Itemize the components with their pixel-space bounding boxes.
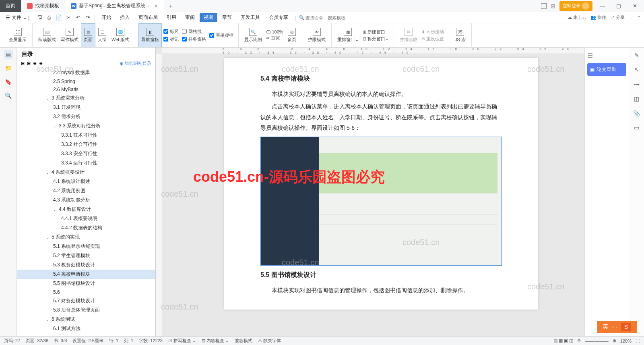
chevron-down-icon[interactable]: ⌄ [46,96,51,100]
menu-start[interactable]: 开始 [97,13,115,22]
collapse-ribbon-icon[interactable]: ⌃ [637,15,641,20]
zoom-slider[interactable]: ——◦——— [585,339,609,343]
status-setvalue[interactable]: 设置值: 2.5厘米 [72,338,103,344]
tree-item[interactable]: ⌄3.3 系统可行性分析 [17,121,155,131]
status-col[interactable]: 列: 1 [124,338,133,344]
tree-item[interactable]: 3.3.1 技术可行性 [17,131,155,140]
print-icon[interactable]: ⎙ [45,14,53,21]
tree-item[interactable]: 5.5 图书馆模块设计 [17,279,155,288]
tree-item[interactable]: ⌄4 系统概要设计 [17,168,155,177]
attach-tool-icon[interactable]: 📎 [633,110,640,117]
close-icon[interactable]: ✕ [154,3,158,9]
status-contentcheck[interactable]: ⊡ 内容检查 ⌄ [202,338,229,344]
undo-icon[interactable]: ↶ [74,14,82,21]
chevron-down-icon[interactable]: ⌄ [46,235,51,239]
fullscreen-button[interactable]: ⛶全屏显示 [6,23,29,47]
status-words[interactable]: 字数: 12223 [139,338,163,344]
bookmark-tab-icon[interactable]: 🔖 [4,77,13,86]
tree-item[interactable]: 2.5 Spring [17,77,155,85]
tree-item[interactable]: 5.3 教务处模块设计 [17,260,155,270]
grid-checkbox[interactable]: 网格线 [182,29,206,35]
paste-icon[interactable]: ✂ [65,14,72,21]
read-mode-button[interactable]: 📖阅读版式 [36,23,58,47]
chevron-down-icon[interactable]: ⌄ [53,208,58,212]
folder-tab-icon[interactable]: 📁 [4,64,13,73]
tree-item[interactable]: ⌄4.4 数据库设计 [17,205,155,214]
expand-all-icon[interactable]: ⊞ [27,61,31,66]
tree-item[interactable]: 4.1 系统设计概述 [17,177,155,186]
status-spellcheck[interactable]: ☑ 拼写检查 ⌄ [168,338,196,344]
page-mode-button[interactable]: ▤页面 [81,23,95,47]
tab-home[interactable]: 首页 [0,0,21,12]
paper-check-button[interactable]: ▣论文查重 [587,63,626,76]
tree-item[interactable]: 4.4.2 数据表的结构 [17,223,155,233]
tree-item[interactable]: ⌄5 系统的实现 [17,233,155,242]
object-tool-icon[interactable]: ◫ [633,95,640,102]
ruler-checkbox[interactable]: 标尺 [163,29,179,35]
tab-dropdown-icon[interactable]: ▫ [148,3,149,9]
select-tool-icon[interactable]: ↖ [633,66,640,73]
tree-item[interactable]: 4.3 系统功能分析 [17,195,155,205]
tree-item[interactable]: 5.2 学生管理模块 [17,251,155,260]
layout-icon[interactable] [541,3,547,9]
status-missfont[interactable]: ⚠ 缺失字体 [258,338,281,344]
apps-icon[interactable]: ⊞ [551,3,555,9]
fit-icon[interactable]: ⛶ [636,339,640,343]
tree-item[interactable]: 2.6 MyBatis [17,85,155,94]
maximize-button[interactable]: ▢ [613,3,625,9]
status-pages[interactable]: 页面: 32/38 [26,338,48,344]
outline-mode-button[interactable]: ☰大纲 [95,23,109,47]
page-tool-icon[interactable]: ▭ [633,124,640,131]
tab-document-active[interactable]: W基于Spring...业生离校管理系统▫✕ [65,0,164,12]
menu-view[interactable]: 视图 [200,13,217,22]
new-tab-button[interactable]: + [164,3,177,9]
collapse-all-icon[interactable]: ⊟ [21,61,25,66]
collab-button[interactable]: 👥 协作 [590,15,606,21]
chevron-down-icon[interactable]: ⌄ [46,170,51,175]
status-row[interactable]: 行: 1 [109,338,118,344]
collapse-icon[interactable]: ⊖ [39,61,43,66]
tree-item[interactable]: 4.4.1 表概要说明 [17,214,155,223]
tree-item[interactable]: 6.1 测试方法 [17,324,155,333]
menu-reference[interactable]: 引用 [163,13,180,22]
web-mode-button[interactable]: 🌐Web版式 [109,23,132,47]
outline-tree[interactable]: 2.4 mysql 数据库2.5 Spring2.6 MyBatis⌄3 系统需… [17,67,155,336]
align-icon[interactable]: ☰ [587,52,626,59]
tree-item[interactable]: 3.2 需求分析 [17,112,155,121]
menu-review[interactable]: 审阅 [181,13,199,22]
newwin-button[interactable]: ⊞ 新建窗口 [363,29,389,35]
menu-dev[interactable]: 开发工具 [237,13,264,22]
menu-insert[interactable]: 插入 [116,13,134,22]
tree-item[interactable]: 5.8 后台总体管理页面 [17,306,155,315]
redo-icon[interactable]: ↷ [84,14,91,21]
write-mode-button[interactable]: ✎写作模式 [58,23,81,47]
multipage-button[interactable]: ⊞多页 [285,23,299,47]
tab-template[interactable]: 找稻壳模板 [21,0,65,12]
tree-item[interactable]: 5.6 [17,288,155,296]
chevron-down-icon[interactable]: ⌄ [46,318,51,322]
tree-item[interactable]: 3.3.2 社会可行性 [17,140,155,149]
eyecare-button[interactable]: 👁护眼模式 [305,23,328,47]
status-compat[interactable]: 兼容模式 [235,338,252,344]
zoom-in-icon[interactable]: ⊕ [613,338,616,343]
document-area[interactable]: 6 · 4 · 2 · · · 2 · 4 · 6 · 8 · 10 · 12 … [156,48,584,336]
tree-item[interactable]: 4.2 系统用例图 [17,186,155,195]
menu-vip[interactable]: 会员专享 [265,13,292,22]
smart-toc-button[interactable]: ◉智能识别目录 [120,60,151,67]
pagewidth-button[interactable]: ⬄ 页宽 [266,35,283,41]
zoom-value[interactable]: 120% [620,339,632,343]
save-icon[interactable]: 🖫 [36,14,43,21]
nav-pane-button[interactable]: ◧导航窗格 [138,23,162,47]
edit-tool-icon[interactable]: ✎ [633,52,640,59]
tree-item[interactable]: 3.3.3 安全可行性 [17,149,155,158]
command-search-input[interactable] [305,15,362,20]
zoom-100-button[interactable]: 🖵 100% [266,29,283,34]
share-button[interactable]: ↗ 分享 [610,15,625,21]
outline-tab-icon[interactable]: ▤ [4,50,13,59]
chevron-down-icon[interactable]: ⌄ [53,124,58,128]
login-button[interactable]: 立即登录 [559,1,592,11]
tree-item[interactable]: 5.4 离校申请模块 [17,270,155,279]
zoom-out-icon[interactable]: ⊖ [577,338,581,343]
search-tab-icon[interactable]: 🔍 [4,91,13,100]
ime-indicator[interactable]: 英· ·S [597,321,637,333]
